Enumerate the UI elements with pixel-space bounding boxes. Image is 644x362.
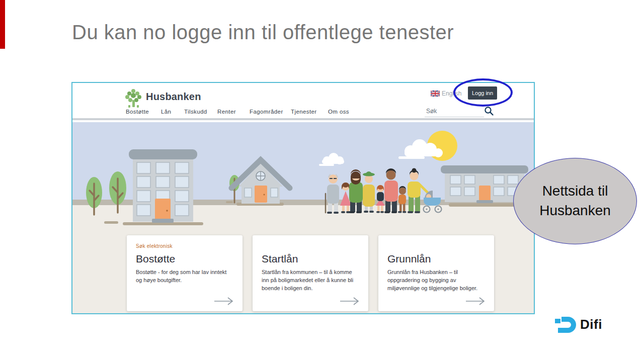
nav-item-tjenester[interactable]: Tjenester — [291, 109, 317, 115]
card-startlan[interactable]: Startlån Startlån fra kommunen – til å k… — [253, 235, 368, 311]
callout-text-line1: Nettsida til — [542, 182, 608, 201]
difi-logo: Difi — [555, 316, 615, 336]
card-grunnlan[interactable]: Grunnlån Grunnlån fra Husbanken – til op… — [378, 235, 494, 311]
slide-accent-bar — [0, 0, 5, 49]
arrow-right-icon[interactable] — [465, 297, 486, 305]
card-title: Startlån — [262, 253, 359, 265]
card-tag — [262, 243, 359, 250]
search-icon[interactable] — [484, 106, 494, 116]
search-input[interactable]: Søk — [425, 105, 484, 117]
logo-text: Husbanken — [146, 91, 201, 103]
nav-item-om-oss[interactable]: Om oss — [328, 109, 349, 115]
nav-item-tilskudd[interactable]: Tilskudd — [184, 109, 207, 115]
card-bostotte[interactable]: Søk elektronisk Bostøtte Bostøtte - for … — [127, 235, 243, 311]
uk-flag-icon — [431, 90, 440, 97]
card-title: Grunnlån — [387, 253, 485, 265]
card-description: Grunnlån fra Husbanken – til oppgraderin… — [387, 268, 485, 293]
login-highlight-ellipse — [453, 78, 513, 107]
card-tag — [387, 243, 485, 250]
card-title: Bostøtte — [136, 253, 233, 265]
difi-logo-text: Difi — [580, 317, 602, 332]
nav-item-fagomrader[interactable]: Fagområder — [250, 109, 283, 115]
card-tag: Søk elektronisk — [136, 243, 233, 250]
arrow-right-icon[interactable] — [213, 297, 234, 305]
difi-mark-icon — [555, 316, 577, 335]
page-title: Du kan no logge inn til offentlege tenes… — [72, 21, 575, 44]
card-description: Startlån fra kommunen – til å komme inn … — [262, 268, 359, 293]
nav-item-bostotte[interactable]: Bostøtte — [126, 109, 149, 115]
nav-item-lan[interactable]: Lån — [161, 109, 171, 115]
card-description: Bostøtte - for deg som har lav inntekt o… — [136, 268, 233, 285]
arrow-right-icon[interactable] — [339, 297, 360, 305]
callout-ellipse: Nettsida til Husbanken — [513, 158, 637, 244]
website-screenshot-frame: Husbanken Bostøtte Lån Tilskudd Renter F… — [71, 82, 535, 314]
tree-logo-icon — [125, 88, 143, 108]
nav-item-renter[interactable]: Renter — [217, 109, 236, 115]
callout-text-line2: Husbanken — [539, 201, 611, 221]
search-placeholder: Søk — [426, 108, 437, 115]
